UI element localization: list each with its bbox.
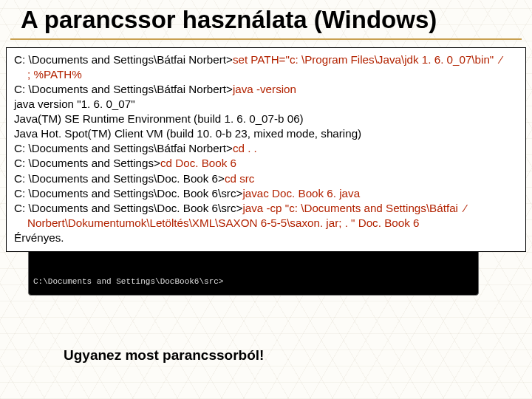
code-line: Norbert\Dokumentumok\Letöltés\XML\SAXON …	[14, 216, 518, 231]
command-text: cd src	[225, 172, 255, 185]
code-overlay-box: C: \Documents and Settings\Bátfai Norber…	[6, 47, 526, 252]
prompt-text: C: \Documents and Settings\Bátfai Norber…	[14, 142, 233, 154]
prompt-text: C: \Documents and Settings\Doc. Book 6\s…	[14, 187, 242, 200]
command-text: Norbert\Dokumentumok\Letöltés\XML\SAXON …	[27, 216, 419, 229]
code-line: C: \Documents and Settings\Bátfai Norber…	[14, 141, 518, 156]
command-text: set PATH="c: \Program Files\Java\jdk 1. …	[233, 53, 502, 66]
command-text: ; %PATH%	[27, 68, 82, 81]
code-line: C: \Documents and Settings\Doc. Book 6>c…	[14, 171, 518, 186]
command-text: javac Doc. Book 6. java	[242, 187, 360, 200]
code-line: Java(TM) SE Runtime Environment (build 1…	[14, 112, 518, 126]
code-line: java version "1. 6. 0_07"	[14, 97, 518, 112]
command-text: java -cp "c: \Documents and Settings\Bát…	[242, 202, 466, 214]
code-line: C: \Documents and Settings\Bátfai Norber…	[14, 52, 518, 67]
prompt-text: C: \Documents and Settings\Bátfai Norber…	[14, 53, 233, 66]
code-line: ; %PATH%	[14, 67, 518, 82]
prompt-text: C: \Documents and Settings>	[14, 157, 160, 169]
code-line: C: \Documents and Settings\Doc. Book 6\s…	[14, 186, 518, 201]
prompt-text: C: \Documents and Settings\Doc. Book 6\s…	[14, 202, 242, 214]
prompt-text: C: \Documents and Settings\Bátfai Norber…	[14, 83, 233, 95]
command-text: java -version	[233, 83, 296, 95]
terminal-line: C:\Documents and Settings\DocBook6\src>	[33, 277, 474, 286]
command-text: cd . .	[233, 142, 257, 154]
prompt-text: C: \Documents and Settings\Doc. Book 6>	[14, 172, 225, 185]
slide-title: A parancssor használata (Windows)	[0, 0, 532, 38]
title-underline	[10, 38, 522, 40]
slide-caption: Ugyanez most parancssorból!	[64, 347, 264, 364]
command-text: cd Doc. Book 6	[160, 157, 236, 169]
code-line: Java Hot. Spot(TM) Client VM (build 10. …	[14, 126, 518, 141]
code-line: C: \Documents and Settings\Bátfai Norber…	[14, 82, 518, 97]
code-line: Érvényes.	[14, 231, 518, 245]
code-line: C: \Documents and Settings>cd Doc. Book …	[14, 156, 518, 171]
code-line: C: \Documents and Settings\Doc. Book 6\s…	[14, 201, 518, 216]
